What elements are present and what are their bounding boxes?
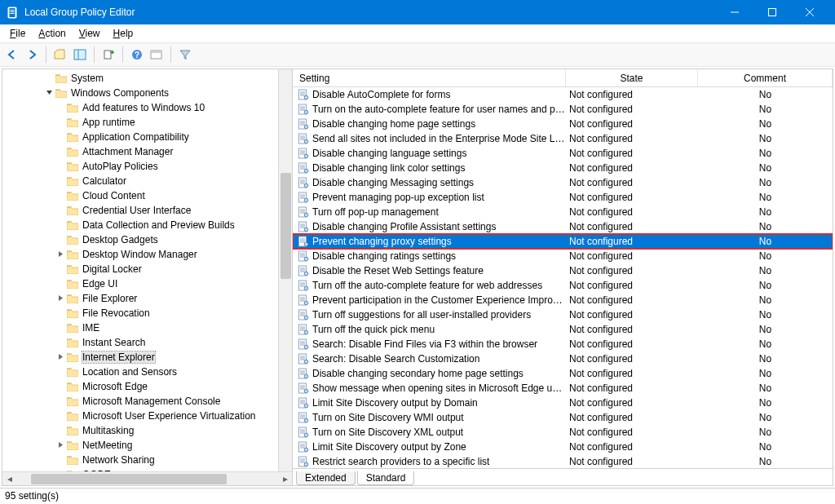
setting-row[interactable]: Disable changing language settingsNot co… <box>293 146 833 161</box>
setting-name: Disable AutoComplete for forms <box>312 89 450 100</box>
header-setting[interactable]: Setting <box>293 69 566 86</box>
tree-vscrollbar[interactable] <box>278 69 292 471</box>
tree-item[interactable]: Multitasking <box>2 423 292 438</box>
back-button[interactable] <box>3 46 21 64</box>
setting-row[interactable]: Restrict search providers to a specific … <box>293 454 833 468</box>
tree-item[interactable]: Cloud Content <box>2 188 292 203</box>
menu-action[interactable]: Action <box>32 26 72 41</box>
tree-item[interactable]: Microsoft Management Console <box>2 394 292 409</box>
tree-item[interactable]: Instant Search <box>2 335 292 350</box>
tree-hscrollbar[interactable]: ◂▸ <box>2 471 292 485</box>
tree-item[interactable]: Edge UI <box>2 276 292 291</box>
filter-button[interactable] <box>176 46 194 64</box>
setting-row[interactable]: Send all sites not included in the Enter… <box>293 131 833 146</box>
tree-item[interactable]: Calculator <box>2 174 292 188</box>
tree-item[interactable]: Desktop Gadgets <box>2 232 292 247</box>
setting-row[interactable]: Turn off pop-up managementNot configured… <box>293 205 833 219</box>
setting-row[interactable]: Turn off suggestions for all user-instal… <box>293 307 833 322</box>
setting-row[interactable]: Turn off the auto-complete feature for w… <box>293 278 833 293</box>
folder-icon <box>66 249 79 260</box>
setting-state: Not configured <box>566 236 698 247</box>
menu-file[interactable]: File <box>3 26 32 41</box>
setting-row[interactable]: Disable the Reset Web Settings featureNo… <box>293 263 833 278</box>
tab-standard[interactable]: Standard <box>357 471 415 485</box>
setting-row[interactable]: Turn off the quick pick menuNot configur… <box>293 322 833 337</box>
menu-view[interactable]: View <box>73 26 107 41</box>
setting-row[interactable]: Prevent changing proxy settingsNot confi… <box>293 234 833 249</box>
svg-rect-6 <box>769 9 776 16</box>
properties-button[interactable] <box>148 46 166 64</box>
tree-item-label: Credential User Interface <box>82 205 191 216</box>
tree-item[interactable]: Data Collection and Preview Builds <box>2 218 292 232</box>
setting-name: Disable changing home page settings <box>312 118 475 130</box>
setting-row[interactable]: Disable changing link color settingsNot … <box>293 161 833 175</box>
tree-item[interactable]: NetMeeting <box>2 438 292 453</box>
tree-item[interactable]: Credential User Interface <box>2 203 292 218</box>
tree-item-label: Calculator <box>82 175 126 187</box>
setting-state: Not configured <box>566 456 698 467</box>
tree-item[interactable]: Desktop Window Manager <box>2 247 292 262</box>
help-button[interactable]: ? <box>128 46 146 64</box>
tree-expander-icon[interactable] <box>55 293 66 304</box>
tree-item[interactable]: Microsoft User Experience Virtualization <box>2 409 292 423</box>
tree-item[interactable]: Internet Explorer <box>2 350 292 365</box>
tree-item[interactable]: Application Compatibility <box>2 130 292 144</box>
close-button[interactable] <box>791 0 828 24</box>
menu-help[interactable]: Help <box>107 26 140 41</box>
tree-item[interactable]: File Explorer <box>2 291 292 306</box>
setting-row[interactable]: Disable changing home page settingsNot c… <box>293 117 833 131</box>
tree-item[interactable]: IME <box>2 321 292 335</box>
setting-row[interactable]: Disable changing Profile Assistant setti… <box>293 219 833 234</box>
tree[interactable]: SystemWindows ComponentsAdd features to … <box>2 69 292 471</box>
grid-body[interactable]: Disable AutoComplete for formsNot config… <box>293 87 833 468</box>
tree-item[interactable]: Windows Components <box>2 86 292 100</box>
maximize-button[interactable] <box>753 0 791 24</box>
tree-expander-icon[interactable] <box>55 440 66 451</box>
tree-expander-icon[interactable] <box>55 249 66 260</box>
tree-item[interactable]: Digital Locker <box>2 262 292 276</box>
setting-row[interactable]: Search: Disable Find Files via F3 within… <box>293 337 833 351</box>
tree-item[interactable]: Network Sharing <box>2 453 292 467</box>
tree-item[interactable]: OOBE <box>2 467 292 471</box>
setting-row[interactable]: Disable changing Messaging settingsNot c… <box>293 175 833 190</box>
setting-row[interactable]: Limit Site Discovery output by DomainNot… <box>293 396 833 410</box>
setting-row[interactable]: Turn on Site Discovery XML outputNot con… <box>293 425 833 440</box>
minimize-button[interactable] <box>716 0 753 24</box>
export-button[interactable] <box>99 46 117 64</box>
setting-row[interactable]: Disable changing ratings settingsNot con… <box>293 249 833 263</box>
tree-item[interactable]: Add features to Windows 10 <box>2 100 292 115</box>
tree-item[interactable]: AutoPlay Policies <box>2 159 292 174</box>
tree-item[interactable]: App runtime <box>2 115 292 130</box>
setting-row[interactable]: Turn on the auto-complete feature for us… <box>293 102 833 117</box>
setting-state: Not configured <box>566 324 698 335</box>
setting-row[interactable]: Prevent participation in the Customer Ex… <box>293 293 833 307</box>
svg-point-140 <box>304 448 308 452</box>
up-button[interactable] <box>51 46 69 64</box>
setting-comment: No <box>698 89 833 100</box>
tree-item[interactable]: Location and Sensors <box>2 365 292 379</box>
tree-item[interactable]: Microsoft Edge <box>2 379 292 394</box>
header-state[interactable]: State <box>566 69 698 86</box>
tab-extended[interactable]: Extended <box>296 471 356 485</box>
svg-point-120 <box>304 389 308 393</box>
folder-icon <box>66 425 79 436</box>
tree-item[interactable]: File Revocation <box>2 306 292 321</box>
setting-row[interactable]: Disable changing secondary home page set… <box>293 366 833 381</box>
tree-item-label: Instant Search <box>82 337 145 348</box>
header-comment[interactable]: Comment <box>698 69 833 86</box>
folder-icon <box>66 278 79 290</box>
setting-row[interactable]: Disable AutoComplete for formsNot config… <box>293 87 833 102</box>
setting-row[interactable]: Turn on Site Discovery WMI outputNot con… <box>293 410 833 425</box>
tree-expander-icon[interactable] <box>43 87 55 99</box>
setting-row[interactable]: Show message when opening sites in Micro… <box>293 381 833 396</box>
show-hide-tree-button[interactable] <box>71 46 89 64</box>
tree-expander-icon[interactable] <box>55 351 66 363</box>
setting-row[interactable]: Limit Site Discovery output by ZoneNot c… <box>293 440 833 454</box>
tree-item[interactable]: Attachment Manager <box>2 144 292 159</box>
tree-item[interactable]: System <box>2 71 292 86</box>
setting-row[interactable]: Prevent managing pop-up exception listNo… <box>293 190 833 205</box>
svg-point-35 <box>304 139 308 144</box>
setting-row[interactable]: Search: Disable Search CustomizationNot … <box>293 351 833 366</box>
forward-button[interactable] <box>23 46 41 64</box>
policy-icon <box>298 221 309 232</box>
